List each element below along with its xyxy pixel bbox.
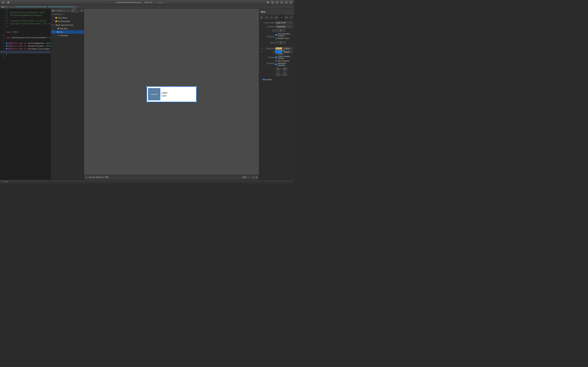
debug-button[interactable]: ◫ [270,0,274,4]
device-label: iPhone XR [144,1,153,3]
code-line-15: 15 @IBOutlet weak var movieDescriptionLa… [0,48,51,51]
debug-toggle[interactable]: ▭ [284,0,288,4]
installed-checkbox[interactable]: ✓ [263,79,265,80]
resize-handle-tr[interactable] [196,86,197,87]
clears-graphics-checkbox[interactable]: ✓ [275,57,277,58]
stretching-x-value[interactable]: 0 [276,68,281,70]
height-header: Height [282,71,287,73]
placeholders-header[interactable]: ▶ Placeholders [51,13,84,16]
hidden-row: Hidden [275,52,293,55]
installed-plus-button[interactable]: + [260,78,263,81]
stretching-height-value[interactable]: 1 [282,73,287,76]
inspector-toggle[interactable]: ▭ [289,0,293,4]
code-line-10: 10 [0,34,51,37]
semantic-row: Semantic Unspecified ⌄ [260,25,293,28]
inspector-tab-id[interactable]: ID [274,15,279,20]
content-mode-value[interactable]: Scale To Fill ⌄ [275,21,293,24]
file-icon [260,17,263,18]
build-status: ⚠ [156,1,165,4]
autoresize-checkbox[interactable]: ✓ [275,63,277,65]
bg-plus-button[interactable]: + [260,47,263,50]
breakpoints-button[interactable]: ↗ [275,0,279,4]
inspector-tab-size[interactable] [284,15,289,20]
inspector-tab-quick[interactable] [264,15,269,20]
resize-handle-ml[interactable] [147,94,147,95]
play-button[interactable]: ▶ [1,0,5,4]
inspector-panel: View ! ID [259,9,294,180]
imageview-label: UIImageView [150,94,158,95]
filter-label-bottom: Filter [4,181,8,183]
user-interaction-row: ✓ User Interaction Enabled [275,33,293,36]
constraints-label: Constraints [59,35,68,36]
inspector-header: View [259,9,294,15]
align-left-button[interactable]: ⊡ [253,176,254,178]
inspector-tab-warning[interactable]: ! [269,15,274,20]
resize-handle-mr[interactable] [196,94,197,95]
clip-bounds-checkbox[interactable] [275,60,277,62]
view-item[interactable]: ▼ View [51,30,84,34]
alpha-value[interactable]: 1 [275,41,286,44]
clears-graphics-row: ✓ Clears Graphics Context [275,56,293,59]
stretching-y-value[interactable]: 0 [282,68,287,70]
scheme-selector[interactable]: ⬡ CollectionViewResponsiveLayout › iPhon… [111,1,155,4]
background-label: Background [263,48,275,50]
cell-subtitle-label: Label [161,95,167,97]
user-interaction-checkbox[interactable]: ✓ [275,34,277,36]
svg-point-16 [291,18,291,18]
drawing-section: Drawing ✓ Opaque Hidden ✓ Clears Graphi [259,55,294,61]
opaque-checkbox[interactable]: ✓ [275,50,277,51]
stretching-label: Stretching [260,63,275,65]
safe-area-label: Safe Area [60,28,68,30]
navigator-toggle[interactable]: ▭ [280,0,284,4]
id-icon: ID [276,17,277,18]
tint-plus-button[interactable]: + [260,51,263,53]
tag-row: Tag 0 [260,29,293,32]
scene-icon: ⬡ [53,24,55,26]
constraints-item[interactable]: ▶ Constraints [51,34,84,37]
tint-label: Tint [263,51,275,53]
alpha-section: Alpha 1 [259,40,294,46]
code-line-14: 14 @IBOutlet weak var movieTitleLabel: U… [0,45,51,48]
cell-labels: Label Label [161,92,167,97]
align-center-button[interactable]: ⊞ [256,176,257,178]
inspector-tab-file[interactable] [259,15,264,20]
files-owner-item[interactable]: File's Owner [51,16,84,20]
content-mode-row: Content Mode Scale To Fill ⌄ [260,21,293,25]
resize-handle-bl[interactable] [147,101,147,102]
outlet-dot-poster [6,42,7,44]
code-line-2: 2 // MovieListCollectionViewCell.swift [0,12,51,14]
activity-monitor-button[interactable]: ⊞ [266,0,270,4]
code-line-6: 6 // Copyright © 2019 Alfian Losari. All… [0,23,51,25]
zoom-in-button[interactable]: ＋ [248,176,250,179]
inspector-title: View [260,11,265,13]
resize-handle-bm[interactable] [171,101,172,102]
cell-preview[interactable]: UIImageView Label Label [147,86,197,102]
first-responder-icon [55,20,57,22]
first-responder-item[interactable]: First Responder [51,20,84,23]
stretching-width-value[interactable]: 1 [276,73,281,76]
code-line-16: 16 [0,51,51,53]
opaque-label: Opaque [278,50,284,51]
inspector-tab-attr[interactable] [279,15,284,20]
content-mode-label: Content Mode [260,22,275,24]
scene-header[interactable]: ▶ ⬡ Movie Layout List Coll... [51,23,84,27]
stop-button[interactable]: ■ [6,0,10,4]
tag-value[interactable]: 0 [275,29,286,32]
x-header: X [277,66,279,67]
svg-line-17 [291,17,292,17]
multiple-touch-checkbox[interactable] [275,37,277,39]
resize-handle-br[interactable] [196,101,197,102]
width-header: Width [276,71,280,73]
resize-handle-tl[interactable] [147,86,147,87]
semantic-value[interactable]: Unspecified ⌄ [275,25,293,28]
scene-section: ▶ ⬡ Movie Layout List Coll... Safe Area … [51,23,84,37]
hidden-checkbox[interactable] [275,53,277,55]
main-layout: 1 // 2 // MovieListCollectionViewCell.sw… [0,9,294,180]
resize-handle-tm[interactable] [171,86,172,87]
safe-area-item[interactable]: Safe Area [51,27,84,30]
code-line-3: 3 // CollectionViewResponsiveLayout [0,14,51,17]
svg-text:!: ! [271,17,272,18]
inspector-tab-connections[interactable] [289,15,294,20]
zoom-out-button[interactable]: － [239,176,241,179]
user-interaction-label: User Interaction Enabled [278,33,293,37]
